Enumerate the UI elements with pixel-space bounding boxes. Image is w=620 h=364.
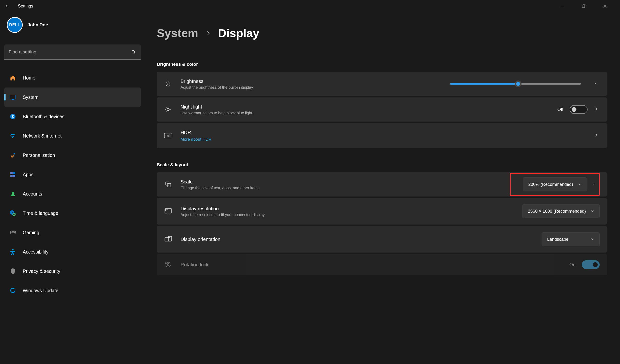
bluetooth-icon	[9, 113, 16, 120]
chevron-right-icon[interactable]	[594, 133, 600, 138]
sidebar-item-network[interactable]: Network & internet	[4, 126, 141, 146]
svg-rect-25	[165, 238, 170, 241]
svg-text:HDR: HDR	[166, 135, 170, 137]
svg-rect-8	[13, 172, 15, 174]
svg-rect-3	[10, 95, 16, 99]
brightness-row[interactable]: Brightness Adjust the brightness of the …	[157, 72, 607, 96]
accessibility-icon	[9, 248, 16, 255]
content-area: System Display Brightness & color Bright…	[145, 12, 620, 364]
night-light-texts: Night light Use warmer colors to help bl…	[181, 104, 549, 115]
brightness-subtitle: Adjust the brightness of the built-in di…	[181, 85, 442, 90]
chevron-right-icon[interactable]	[591, 182, 597, 187]
rotation-lock-row: Rotation lock On	[157, 254, 607, 275]
resolution-texts: Display resolution Adjust the resolution…	[181, 205, 514, 217]
system-icon	[9, 94, 16, 101]
section-scale-label: Scale & layout	[157, 162, 607, 167]
search-input[interactable]	[4, 44, 141, 60]
hdr-row[interactable]: HDR HDR More about HDR	[157, 123, 607, 148]
user-profile[interactable]: DELL John Doe	[4, 17, 141, 33]
back-icon[interactable]	[4, 4, 9, 8]
avatar: DELL	[7, 17, 23, 33]
svg-rect-0	[582, 5, 585, 7]
chevron-down-icon	[591, 209, 595, 213]
resolution-subtitle: Adjust the resolution to fit your connec…	[181, 213, 514, 217]
sidebar-item-bluetooth[interactable]: Bluetooth & devices	[4, 107, 141, 126]
orientation-title: Display orientation	[181, 236, 533, 242]
sidebar-item-label: Apps	[23, 172, 33, 177]
night-light-state: Off	[557, 107, 563, 112]
brightness-title: Brightness	[181, 78, 442, 84]
accounts-icon	[9, 190, 16, 197]
sidebar-item-label: Accessibility	[23, 249, 48, 255]
night-light-subtitle: Use warmer colors to help block blue lig…	[181, 111, 549, 115]
sidebar-item-label: System	[23, 95, 38, 100]
orientation-icon	[164, 235, 172, 243]
sidebar-item-label: Home	[23, 75, 35, 81]
sidebar-item-home[interactable]: Home	[4, 68, 141, 87]
resolution-dropdown[interactable]: 2560 × 1600 (Recommended)	[522, 204, 600, 218]
sidebar-nav: Home System Bluetooth & devices Network …	[4, 68, 141, 300]
orientation-dropdown[interactable]: Landscape	[542, 232, 600, 246]
clock-globe-icon	[9, 210, 16, 217]
sidebar-item-time-language[interactable]: Time & language	[4, 204, 141, 223]
sidebar-item-apps[interactable]: Apps	[4, 165, 141, 184]
sun-icon	[164, 80, 172, 88]
app-title: Settings	[18, 4, 33, 9]
night-light-row[interactable]: Night light Use warmer colors to help bl…	[157, 97, 607, 122]
sidebar-item-label: Accounts	[23, 191, 42, 197]
sidebar-item-personalization[interactable]: Personalization	[4, 146, 141, 165]
scale-subtitle: Change the size of text, apps, and other…	[181, 186, 514, 190]
orientation-row[interactable]: Display orientation Landscape	[157, 226, 607, 253]
section-brightness-label: Brightness & color	[157, 62, 607, 67]
svg-point-18	[167, 108, 169, 110]
chevron-right-icon[interactable]	[594, 107, 600, 112]
sidebar-item-label: Bluetooth & devices	[23, 114, 64, 119]
scale-title: Scale	[181, 179, 514, 185]
svg-point-6	[14, 153, 15, 154]
sidebar-item-windows-update[interactable]: Windows Update	[4, 281, 141, 300]
rotation-lock-toggle	[582, 260, 600, 269]
search-wrap	[4, 44, 141, 60]
sidebar-item-label: Windows Update	[23, 288, 58, 293]
minimize-button[interactable]	[552, 0, 573, 12]
svg-rect-10	[13, 175, 15, 177]
rotation-lock-texts: Rotation lock	[181, 262, 561, 268]
svg-point-15	[15, 232, 16, 233]
sidebar-item-label: Personalization	[23, 153, 55, 158]
hdr-link[interactable]: More about HDR	[181, 137, 586, 142]
sidebar-item-gaming[interactable]: Gaming	[4, 223, 141, 242]
scale-row[interactable]: Scale Change the size of text, apps, and…	[157, 172, 607, 197]
svg-point-16	[12, 249, 14, 250]
orientation-value: Landscape	[547, 237, 568, 242]
brightness-slider[interactable]	[450, 83, 581, 85]
chevron-down-icon	[578, 182, 582, 187]
night-light-toggle[interactable]	[570, 105, 588, 114]
svg-rect-9	[10, 175, 13, 177]
sidebar-item-label: Gaming	[23, 230, 39, 235]
sidebar-item-system[interactable]: System	[4, 87, 141, 107]
close-button[interactable]	[594, 0, 616, 12]
chevron-right-icon	[205, 30, 211, 36]
sidebar-item-privacy[interactable]: Privacy & security	[4, 262, 141, 281]
sidebar-item-accessibility[interactable]: Accessibility	[4, 242, 141, 262]
breadcrumb-parent[interactable]: System	[157, 27, 198, 40]
resolution-value: 2560 × 1600 (Recommended)	[528, 209, 586, 214]
sidebar-item-label: Privacy & security	[23, 269, 60, 274]
home-icon	[9, 74, 16, 81]
titlebar: Settings	[0, 0, 620, 12]
highlight-box: 200% (Recommended)	[510, 173, 600, 196]
resolution-title: Display resolution	[181, 205, 514, 212]
apps-icon	[9, 171, 16, 178]
svg-rect-4	[12, 99, 14, 100]
resolution-row[interactable]: Display resolution Adjust the resolution…	[157, 198, 607, 225]
sidebar-item-label: Time & language	[23, 211, 58, 216]
svg-point-17	[167, 83, 169, 85]
maximize-button[interactable]	[573, 0, 594, 12]
scale-dropdown[interactable]: 200% (Recommended)	[523, 177, 587, 191]
sidebar-item-accounts[interactable]: Accounts	[4, 184, 141, 204]
sidebar-item-label: Network & internet	[23, 133, 62, 139]
chevron-down-icon[interactable]	[594, 81, 600, 87]
svg-point-11	[12, 192, 14, 194]
svg-rect-27	[168, 264, 169, 265]
hdr-texts: HDR More about HDR	[181, 129, 586, 142]
